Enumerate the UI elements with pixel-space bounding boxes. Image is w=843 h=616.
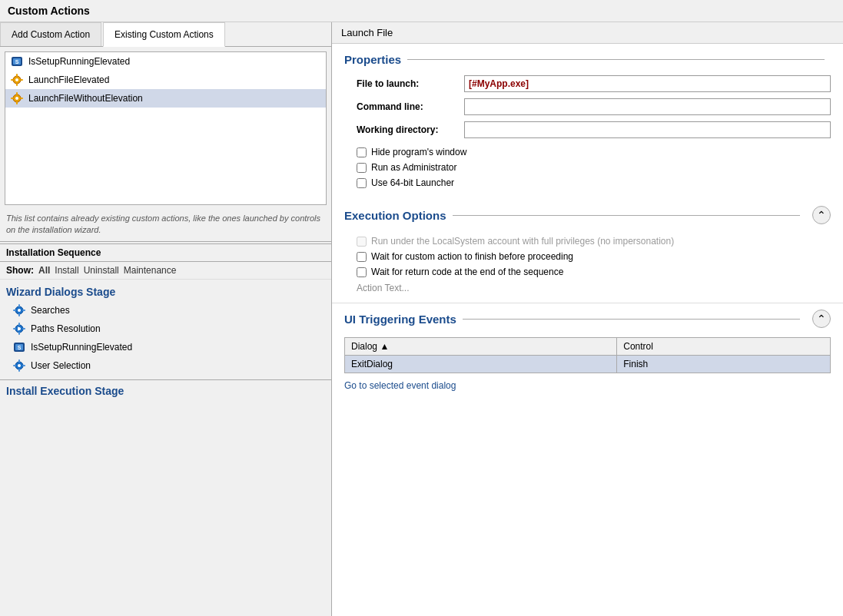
- file-to-launch-input[interactable]: [464, 75, 831, 92]
- svg-rect-33: [18, 359, 20, 363]
- dialog-column-label: Dialog: [351, 341, 377, 352]
- command-line-row: Command line:: [344, 98, 831, 115]
- install-execution-stage-header: Install Execution Stage: [0, 382, 331, 400]
- svg-rect-23: [18, 323, 20, 326]
- control-cell: Finish: [617, 356, 831, 373]
- stage-item-label: Searches: [31, 305, 70, 316]
- ui-triggering-divider: [463, 319, 800, 320]
- run-localsystem-checkbox[interactable]: [357, 237, 367, 247]
- stage-item-issetuprunningelevated[interactable]: S IsSetupRunningElevated: [0, 338, 331, 356]
- svg-point-10: [15, 97, 18, 100]
- main-window: Custom Actions Add Custom Action Existin…: [0, 0, 843, 616]
- svg-rect-20: [22, 310, 25, 311]
- list-item-label: IsSetupRunningElevated: [28, 56, 130, 67]
- shield-blue-icon: S: [10, 55, 24, 68]
- gear-blue-icon-2: [12, 359, 26, 373]
- working-directory-input[interactable]: [464, 121, 831, 138]
- window-title: Custom Actions: [0, 0, 843, 22]
- working-directory-row: Working directory:: [344, 121, 831, 138]
- svg-rect-5: [16, 74, 18, 77]
- stage-item-label: User Selection: [31, 360, 91, 371]
- svg-point-4: [15, 78, 18, 81]
- action-text-link[interactable]: Action Text...: [344, 280, 831, 296]
- svg-rect-11: [16, 92, 18, 95]
- run-localsystem-row: Run under the LocalSystem account with f…: [344, 233, 831, 249]
- file-to-launch-label: File to launch:: [357, 78, 464, 89]
- svg-text:S: S: [18, 345, 22, 350]
- show-bar: Show: All Install Uninstall Maintenance: [0, 262, 331, 280]
- svg-point-16: [18, 309, 21, 312]
- shield-blue-icon-2: S: [12, 340, 26, 354]
- hint-text: This list contains already existing cust…: [6, 213, 325, 237]
- tab-existing-custom-actions[interactable]: Existing Custom Actions: [103, 22, 225, 47]
- list-item-label: LaunchFileWithoutElevation: [28, 93, 143, 104]
- go-to-event-dialog-link[interactable]: Go to selected event dialog: [344, 380, 456, 391]
- use-64bit-row: Use 64-bit Launcher: [344, 175, 831, 190]
- stage-item-label: IsSetupRunningElevated: [31, 342, 132, 353]
- dialog-cell: ExitDialog: [345, 356, 617, 373]
- hide-window-label: Hide program's window: [371, 147, 466, 157]
- run-as-admin-row: Run as Administrator: [344, 160, 831, 175]
- tab-add-custom-action[interactable]: Add Custom Action: [0, 22, 101, 46]
- svg-text:S: S: [15, 59, 19, 65]
- table-row[interactable]: ExitDialog Finish: [345, 356, 831, 373]
- show-label: Show:: [6, 265, 34, 276]
- stage-item-searches[interactable]: Searches: [0, 301, 331, 320]
- svg-rect-7: [11, 79, 14, 81]
- show-uninstall[interactable]: Uninstall: [84, 265, 119, 276]
- wizard-dialogs-stage-header: Wizard Dialogs Stage: [0, 283, 331, 301]
- show-install[interactable]: Install: [55, 265, 78, 276]
- wait-return-label: Wait for return code at the end of the s…: [371, 267, 563, 277]
- execution-options-section: Execution Options ⌃ Run under the LocalS…: [332, 200, 843, 303]
- control-column-header[interactable]: Control: [617, 338, 831, 356]
- section-divider-2: [0, 379, 331, 380]
- command-line-input[interactable]: [464, 98, 831, 115]
- hide-window-checkbox[interactable]: [357, 147, 367, 157]
- ui-triggering-table: Dialog ▲ Control ExitDialog Finish: [344, 337, 831, 373]
- right-panel: Launch File Properties File to launch: C…: [332, 22, 843, 616]
- execution-options-collapse-btn[interactable]: ⌃: [812, 206, 831, 224]
- tabs-bar: Add Custom Action Existing Custom Action…: [0, 22, 331, 47]
- gear-orange-icon-1: [10, 73, 24, 87]
- installation-sequence-header: Installation Sequence: [0, 243, 331, 262]
- list-item-launchfileelevated[interactable]: LaunchFileElevated: [5, 71, 326, 89]
- stage-item-label: Paths Resolution: [31, 323, 101, 334]
- svg-rect-18: [18, 313, 20, 316]
- working-directory-label: Working directory:: [357, 124, 464, 135]
- panel-title: Launch File: [332, 22, 843, 44]
- left-panel: Add Custom Action Existing Custom Action…: [0, 22, 332, 616]
- run-as-admin-checkbox[interactable]: [357, 163, 367, 173]
- list-item-label: LaunchFileElevated: [28, 75, 109, 85]
- properties-divider: [407, 59, 825, 60]
- svg-rect-24: [18, 332, 20, 335]
- svg-rect-17: [18, 304, 20, 307]
- command-line-label: Command line:: [357, 101, 464, 112]
- execution-options-divider: [453, 215, 800, 216]
- wait-finish-row: Wait for custom action to finish before …: [344, 249, 831, 264]
- properties-title: Properties: [344, 53, 401, 66]
- custom-actions-list: S IsSetupRunningElevated: [5, 51, 327, 205]
- wait-finish-checkbox[interactable]: [357, 252, 367, 262]
- svg-rect-12: [16, 101, 18, 104]
- dialog-column-header[interactable]: Dialog ▲: [345, 338, 617, 356]
- hide-window-row: Hide program's window: [344, 144, 831, 160]
- gear-blue-icon-1: [12, 303, 26, 317]
- ui-triggering-collapse-btn[interactable]: ⌃: [812, 310, 831, 328]
- sort-asc-icon: ▲: [380, 341, 389, 352]
- list-item-issetuprunningelevated[interactable]: S IsSetupRunningElevated: [5, 52, 326, 71]
- use-64bit-checkbox[interactable]: [357, 178, 367, 188]
- stage-item-paths-resolution[interactable]: Paths Resolution: [0, 320, 331, 338]
- control-column-label: Control: [623, 341, 653, 352]
- wait-return-checkbox[interactable]: [357, 267, 367, 277]
- gear-orange-icon-2: [10, 91, 24, 105]
- execution-options-title-row: Execution Options ⌃: [344, 206, 831, 224]
- svg-point-32: [18, 364, 21, 367]
- ui-triggering-events-section: UI Triggering Events ⌃ Dialog ▲ Control: [332, 303, 843, 397]
- list-item-launchfilewithout[interactable]: LaunchFileWithoutElevation: [5, 89, 326, 108]
- svg-rect-14: [20, 98, 23, 99]
- svg-rect-8: [20, 79, 23, 81]
- stage-item-user-selection[interactable]: User Selection: [0, 356, 331, 375]
- show-maintenance[interactable]: Maintenance: [124, 265, 177, 276]
- use-64bit-label: Use 64-bit Launcher: [371, 177, 454, 188]
- show-all[interactable]: All: [38, 265, 50, 276]
